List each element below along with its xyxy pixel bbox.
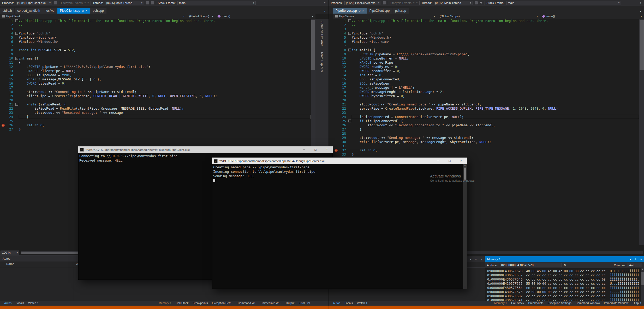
doc-tab-stdio-h[interactable]: stdio.h — [0, 8, 14, 14]
line-number[interactable]: 5 — [0, 35, 15, 40]
doc-tab-pipeserver-cpp[interactable]: PipeServer.cpp⊙× — [333, 8, 367, 14]
collapse-icon[interactable]: − — [15, 103, 18, 106]
panel-tab-immediate-wi[interactable]: Immediate Wi... — [260, 301, 284, 305]
project-dropdown[interactable]: PipeServer ▾ — [333, 14, 437, 19]
line-number[interactable]: 33 — [333, 152, 348, 157]
minimize-icon[interactable]: – — [298, 146, 310, 153]
refresh-icon[interactable]: ↻ — [563, 263, 566, 267]
line-number[interactable]: 16 — [333, 81, 348, 86]
line-number[interactable]: 17 — [0, 86, 15, 90]
panel-tab-immediate-window[interactable]: Immediate Window — [602, 301, 631, 305]
scroll-up-icon[interactable]: ▲ — [642, 268, 643, 270]
line-number[interactable]: 4 — [333, 31, 348, 35]
outlining-margin[interactable]: − — [15, 102, 19, 106]
line-number[interactable]: 20 — [333, 98, 348, 102]
collapse-icon[interactable]: − — [348, 120, 351, 122]
line-number[interactable]: 14 — [0, 73, 15, 77]
address-input[interactable]: 0x000000E43057F528 ▾ — [500, 263, 562, 267]
panel-tab-autos[interactable]: Autos — [331, 301, 342, 305]
line-number[interactable]: 19 — [0, 94, 15, 98]
line-number[interactable]: 28 — [333, 132, 348, 136]
collapse-icon[interactable]: − — [348, 32, 351, 35]
panel-tab-locals[interactable]: Locals — [14, 301, 26, 305]
outlining-margin[interactable]: − — [348, 48, 352, 52]
line-number[interactable]: 12 — [0, 65, 15, 69]
line-number[interactable]: 6 — [0, 40, 15, 44]
doc-tab-pch-cpp[interactable]: pch.cpp — [392, 8, 409, 14]
toolbar-overflow-icon[interactable]: ▾ — [323, 2, 326, 4]
line-number[interactable]: 13 — [0, 69, 15, 73]
line-number[interactable]: 8 — [0, 48, 15, 52]
scroll-down-icon[interactable]: ▼ — [463, 286, 467, 288]
auto-hide-pin-icon[interactable]: ↧ — [634, 258, 637, 261]
outlining-margin[interactable]: − — [348, 31, 352, 35]
line-number[interactable]: 17 — [333, 86, 348, 90]
process-list-icon[interactable] — [383, 1, 386, 4]
column-header-name[interactable]: Name — [0, 262, 73, 267]
close-icon[interactable]: × — [640, 258, 642, 261]
lifecycle-events-button[interactable]: Lifecycle Events — [61, 1, 83, 4]
scroll-up-icon[interactable]: ▲ — [464, 164, 466, 166]
line-number[interactable]: 11 — [0, 61, 15, 65]
doc-tab-corecrt-wstdio-h[interactable]: corecrt_wstdio.h — [15, 8, 43, 14]
panel-tab-call-stack[interactable]: Call Stack — [509, 301, 526, 305]
panel-tab-memory-1[interactable]: Memory 1 — [157, 301, 174, 305]
scrollbar-thumb[interactable] — [464, 168, 466, 180]
line-number[interactable]: 7 — [0, 44, 15, 48]
panel-tab-command-wi[interactable]: Command Wi... — [236, 301, 260, 305]
line-number[interactable]: 9 — [0, 52, 15, 56]
line-number[interactable]: 15 — [0, 77, 15, 81]
outlining-margin[interactable]: − — [15, 56, 19, 61]
collapse-icon[interactable]: − — [15, 19, 18, 22]
maximize-icon[interactable]: □ — [444, 158, 455, 164]
line-number[interactable]: 7 — [333, 44, 348, 48]
line-number[interactable]: 12 — [333, 65, 348, 69]
memory-panel-titlebar[interactable]: Memory 1 ▾ ↧ × — [485, 256, 644, 262]
outlining-margin[interactable]: − — [348, 119, 352, 123]
tab-overflow-icon[interactable]: ▾ — [324, 10, 329, 14]
line-number[interactable]: 8 — [333, 48, 348, 52]
line-number[interactable]: 19 — [333, 94, 348, 98]
thread-combo[interactable]: [9612] Main Thread ▾ — [434, 1, 473, 5]
doc-tab-pch-cpp[interactable]: pch.cpp — [90, 8, 106, 14]
doc-tab-pipeclient-cpp[interactable]: PipeClient.cpp — [367, 8, 392, 14]
line-number[interactable]: 25 — [333, 119, 348, 123]
collapse-icon[interactable]: − — [15, 32, 18, 35]
line-number[interactable]: 27 — [333, 127, 348, 132]
window-position-icon[interactable]: ▾ — [470, 258, 472, 261]
line-number[interactable]: 21 — [0, 102, 15, 106]
flag-threads-icon[interactable] — [146, 1, 149, 4]
panel-tab-breakpoints[interactable]: Breakpoints — [190, 301, 210, 305]
outlining-margin[interactable]: − — [348, 19, 352, 23]
toolbar-overflow-icon[interactable]: ▾ — [639, 2, 642, 4]
close-tab-icon[interactable]: × — [362, 8, 364, 14]
line-number[interactable]: 1 — [333, 19, 348, 23]
console-output[interactable]: Creating named pipe \\.\pipe\mantvydas-f… — [212, 164, 463, 289]
panel-tab-command-window[interactable]: Command Window — [574, 301, 602, 305]
line-number[interactable]: 24 — [333, 115, 348, 119]
project-dropdown[interactable]: PipeClient ▾ — [0, 14, 187, 19]
line-number[interactable]: 14 — [333, 73, 348, 77]
line-number[interactable]: 15 — [333, 77, 348, 81]
line-number[interactable]: 31 — [333, 144, 348, 148]
panel-tab-locals[interactable]: Locals — [342, 301, 355, 305]
scrollbar-thumb[interactable] — [311, 20, 315, 70]
editor-vertical-scrollbar[interactable] — [639, 19, 644, 245]
zoom-control[interactable]: 100 % ▾ — [1, 251, 19, 255]
line-number[interactable]: 9 — [333, 52, 348, 56]
collapse-icon[interactable]: − — [348, 19, 351, 22]
line-number[interactable]: 10 — [0, 56, 15, 61]
line-number[interactable]: 22 — [333, 106, 348, 111]
line-number[interactable]: 11 — [333, 61, 348, 65]
side-tab-team-explorer[interactable]: Team Explorer — [320, 51, 324, 73]
console-scrollbar[interactable]: ▲ ▼ — [463, 164, 467, 289]
stack-frame-combo[interactable]: main ▾ — [177, 1, 256, 5]
line-number[interactable]: 26 — [333, 123, 348, 127]
member-dropdown[interactable]: main() ▾ — [216, 14, 315, 19]
doc-tab-iosfwd[interactable]: iosfwd — [43, 8, 57, 14]
console-titlebar[interactable]: ›_ \\VBOXSVR\Experiments\namedPipes\name… — [78, 146, 333, 153]
line-number[interactable]: 4 — [0, 31, 15, 35]
filter-icon[interactable] — [480, 2, 483, 4]
memory-scrollbar[interactable]: ▲ — [641, 268, 644, 301]
panel-tab-breakpoints[interactable]: Breakpoints — [526, 301, 545, 305]
